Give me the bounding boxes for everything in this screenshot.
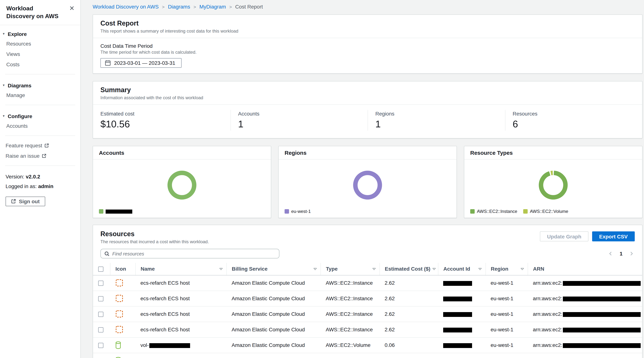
cell-type: AWS::EC2::Instance [320, 322, 380, 337]
resource-icon-cell [110, 337, 135, 353]
sign-out-button[interactable]: Sign out [6, 197, 45, 206]
previous-page-button[interactable] [607, 250, 614, 257]
cost-report-description: This report shows a summary of interesti… [100, 28, 635, 34]
row-checkbox[interactable] [98, 327, 104, 333]
column-header-billing-service[interactable]: Billing Service [226, 263, 320, 275]
table-row[interactable]: ecs-refarch ECS hostAmazon Elastic Compu… [93, 291, 642, 306]
cell-billing-service: Amazon Elastic Compute Cloud [226, 337, 320, 353]
legend-swatch [523, 209, 528, 214]
sidebar-item-costs[interactable]: Costs [0, 59, 80, 69]
legend-swatch [470, 209, 475, 214]
sidebar-section-explore[interactable]: ▼Explore [0, 27, 80, 38]
resources-description: The resources that incurred a cost withi… [100, 239, 209, 244]
cell-account-id [438, 353, 486, 358]
chart-legend [99, 209, 265, 214]
sort-icon [520, 267, 524, 271]
breadcrumb-link-workload-discovery-on-aws[interactable]: Workload Discovery on AWS [93, 4, 158, 10]
cell-account-id [438, 275, 486, 291]
column-header-icon[interactable]: Icon [110, 263, 135, 275]
column-header-arn[interactable]: ARN [528, 263, 642, 275]
cell-region: eu-west-1 [486, 291, 528, 306]
column-header-type[interactable]: Type [320, 263, 380, 275]
sidebar-divider [5, 135, 75, 136]
table-row[interactable]: ecs-refarch ECS hostAmazon Elastic Compu… [93, 306, 642, 322]
breadcrumb-link-mydiagram[interactable]: MyDiagram [199, 4, 226, 10]
table-row[interactable]: vol-Amazon Elastic Compute CloudAWS::EC2… [93, 353, 642, 358]
cell-account-id [438, 337, 486, 353]
sidebar-item-manage[interactable]: Manage [0, 90, 80, 100]
chart-legend: eu-west-1 [284, 209, 450, 214]
sidebar-section: ▼ExploreResourcesViewsCosts [0, 27, 80, 69]
sidebar-section: ▼DiagramsManage [0, 79, 80, 100]
sidebar-section-label: Diagrams [8, 82, 32, 88]
update-graph-button[interactable]: Update Graph [540, 231, 588, 241]
cell-arn: arn:aws:ec2: [528, 275, 642, 291]
cell-region: eu-west-1 [486, 306, 528, 322]
summary-stat-regions: Regions1 [368, 110, 505, 131]
sort-icon [218, 267, 223, 271]
date-range-value: 2023-03-01 — 2023-03-31 [114, 60, 175, 66]
cell-name: ecs-refarch ECS host [135, 291, 226, 306]
legend-swatch [284, 209, 289, 214]
cell-type: AWS::EC2::Instance [320, 306, 380, 322]
current-page[interactable]: 1 [620, 251, 622, 257]
cell-billing-service: Amazon Elastic Compute Cloud [226, 306, 320, 322]
resources-title: Resources [100, 230, 209, 238]
next-page-button[interactable] [628, 250, 635, 257]
sort-icon [312, 267, 317, 271]
chart-card-accounts: Accounts [93, 146, 271, 218]
main-content: Workload Discovery on AWS>Diagrams>MyDia… [81, 0, 644, 358]
cell-name: vol- [135, 337, 226, 353]
cost-report-card: Cost Report This report shows a summary … [93, 14, 642, 74]
breadcrumb-separator-icon: > [162, 4, 164, 10]
select-all-checkbox[interactable] [98, 267, 104, 272]
row-checkbox[interactable] [98, 312, 104, 317]
app-root: Workload Discovery on AWS ▼ExploreResour… [0, 0, 644, 358]
cell-region: eu-west-1 [486, 337, 528, 353]
cell-estimated-cost: 2.62 [380, 291, 438, 306]
sidebar-item-accounts[interactable]: Accounts [0, 120, 80, 131]
sidebar-section-configure[interactable]: ▼Configure [0, 109, 80, 120]
breadcrumb-link-diagrams[interactable]: Diagrams [168, 4, 190, 10]
breadcrumb-current: Cost Report [235, 4, 263, 10]
cell-estimated-cost: 0.06 [380, 337, 438, 353]
version-line: Version: v2.0.2 [6, 172, 75, 181]
sidebar-section-diagrams[interactable]: ▼Diagrams [0, 79, 80, 90]
sidebar-item-views[interactable]: Views [0, 49, 80, 59]
summary-description: Information associated with the cost of … [100, 95, 635, 100]
summary-stat-accounts: Accounts1 [230, 110, 368, 131]
column-header-name[interactable]: Name [135, 263, 226, 275]
column-header-region[interactable]: Region [486, 263, 528, 275]
external-link-icon [44, 143, 49, 148]
table-row[interactable]: vol-Amazon Elastic Compute CloudAWS::EC2… [93, 337, 642, 353]
row-checkbox[interactable] [98, 296, 104, 301]
row-checkbox[interactable] [98, 281, 104, 286]
date-range-input[interactable]: 2023-03-01 — 2023-03-31 [100, 58, 182, 68]
caret-down-icon: ▼ [2, 32, 5, 35]
sidebar-divider [5, 105, 75, 105]
sidebar-links: Feature requestRaise an issue [0, 140, 80, 161]
column-header-account-id[interactable]: Account Id [438, 263, 486, 275]
legend-item [99, 209, 132, 214]
table-row[interactable]: ecs-refarch ECS hostAmazon Elastic Compu… [93, 275, 642, 291]
redacted-account-id [443, 297, 472, 301]
column-header-estimated-cost[interactable]: Estimated Cost ($) [380, 263, 438, 275]
summary-card: Summary Information associated with the … [93, 81, 642, 138]
legend-item: eu-west-1 [284, 209, 311, 214]
row-checkbox[interactable] [98, 343, 104, 348]
time-period-description: The time period for which cost data is c… [100, 50, 635, 55]
link-feature-request[interactable]: Feature request [0, 140, 54, 150]
redacted-arn [563, 281, 641, 286]
cell-region: eu-west-1 [486, 275, 528, 291]
sign-out-label: Sign out [19, 198, 40, 204]
export-csv-button[interactable]: Export CSV [592, 231, 635, 241]
table-row[interactable]: ecs-refarch ECS hostAmazon Elastic Compu… [93, 322, 642, 337]
cell-arn: arn:aws:ec2: [528, 337, 642, 353]
search-input[interactable] [100, 249, 280, 258]
donut-chart [166, 169, 198, 201]
sidebar-item-resources[interactable]: Resources [0, 38, 80, 49]
cell-billing-service: Amazon Elastic Compute Cloud [226, 353, 320, 358]
link-raise-an-issue[interactable]: Raise an issue [0, 150, 52, 161]
close-icon[interactable] [68, 5, 75, 11]
cell-name: ecs-refarch ECS host [135, 275, 226, 291]
